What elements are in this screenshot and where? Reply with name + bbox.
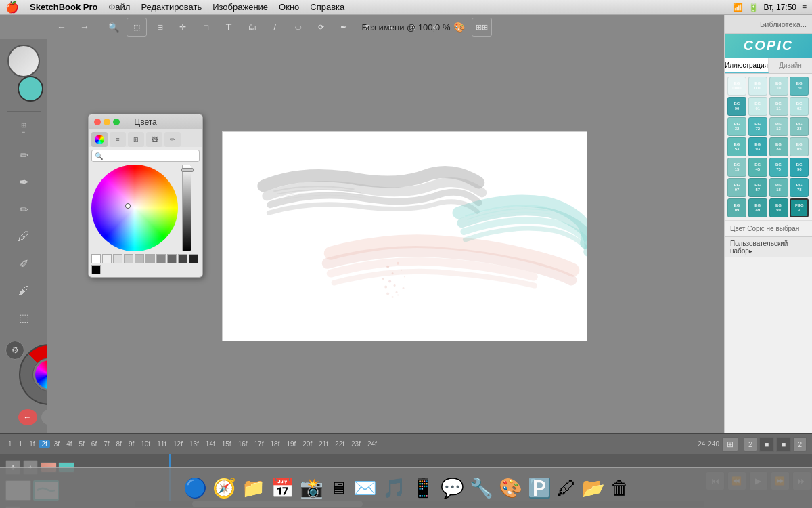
swatch-3[interactable]: [124, 254, 133, 263]
sidebar-tool-brush2[interactable]: ✒: [10, 170, 37, 194]
swatch-6[interactable]: [156, 254, 166, 263]
swatch-9[interactable]: [189, 254, 198, 263]
frame-6f[interactable]: 6f: [89, 440, 99, 448]
dock-app5[interactable]: 📸: [300, 477, 323, 499]
copic-swatch-13[interactable]: BG 93: [748, 137, 767, 156]
frame-13f[interactable]: 13f: [187, 440, 202, 448]
color-tab-sliders[interactable]: ≡: [110, 132, 126, 147]
sidebar-tool-brush3[interactable]: ✏: [10, 197, 37, 221]
fill-button[interactable]: ✐: [426, 18, 446, 37]
shape1-button[interactable]: 🗂: [242, 18, 262, 37]
color-tab-pencil[interactable]: ✏: [164, 132, 181, 147]
frame-3f[interactable]: 3f: [51, 440, 62, 448]
transform-button[interactable]: ✛: [173, 18, 193, 37]
nav-settings-icon[interactable]: ⚙: [5, 341, 24, 360]
color-search-input[interactable]: [106, 152, 196, 160]
dock-music[interactable]: 🎵: [382, 477, 406, 499]
copic-swatch-16[interactable]: BG 15: [727, 158, 746, 177]
copic-swatch-14[interactable]: BG 34: [769, 137, 788, 156]
frame-21f[interactable]: 21f: [316, 440, 331, 448]
frame-16f[interactable]: 16f: [235, 440, 250, 448]
ruler-button[interactable]: ≋: [380, 18, 400, 37]
transform2-button[interactable]: ◻: [196, 18, 216, 37]
sidebar-tool-eraser[interactable]: ⬚: [10, 305, 37, 330]
swatch-5[interactable]: [145, 254, 155, 263]
sidebar-tool-brush4[interactable]: ✐: [10, 251, 37, 276]
dock-sketchbook[interactable]: 🎨: [499, 477, 522, 499]
dock-calendar[interactable]: 📅: [271, 477, 294, 499]
frame-14f[interactable]: 14f: [203, 440, 218, 448]
pen-button[interactable]: ✒: [334, 18, 354, 37]
frame-18f[interactable]: 18f: [267, 440, 282, 448]
undo-button[interactable]: ←: [51, 18, 72, 37]
frame-11f[interactable]: 11f: [154, 440, 169, 448]
copic-swatch-5[interactable]: BG 01: [748, 97, 767, 116]
maximize-dialog-button[interactable]: [113, 119, 120, 125]
frame-12f[interactable]: 12f: [171, 440, 185, 448]
swatch-8[interactable]: [178, 254, 187, 263]
copic-tab-design[interactable]: Дизайн: [769, 58, 812, 73]
copic-swatch-17[interactable]: BG 45: [748, 158, 767, 177]
copic-swatch-21[interactable]: BG 57: [748, 178, 767, 197]
fps-value2[interactable]: 2: [793, 437, 807, 452]
dock-app9[interactable]: 📱: [411, 477, 435, 499]
color-tab-image[interactable]: 🖼: [146, 132, 162, 147]
copic-swatch-3[interactable]: BG 70: [790, 77, 809, 96]
menu-image[interactable]: Изображение: [212, 2, 268, 12]
frame-22f[interactable]: 22f: [332, 440, 347, 448]
copic-swatch-23[interactable]: BG 78: [790, 178, 809, 197]
color-wheel-cursor[interactable]: [125, 203, 131, 209]
brightness-thumb[interactable]: [181, 168, 194, 172]
copic-swatch-27[interactable]: FBG 2: [790, 198, 809, 217]
dock-app14[interactable]: 🖊: [557, 477, 576, 499]
copic-swatch-9[interactable]: BG 72: [748, 117, 767, 136]
dock-finder[interactable]: 🔵: [183, 477, 207, 499]
swatch-2[interactable]: [113, 254, 122, 263]
swatch-4[interactable]: [135, 254, 144, 263]
dock-photoshop[interactable]: 🅿️: [528, 477, 551, 499]
copic-swatch-11[interactable]: BG 23: [790, 117, 809, 136]
copic-swatch-7[interactable]: BG 02: [790, 97, 809, 116]
frame-9f[interactable]: 9f: [126, 440, 137, 448]
drawing-canvas[interactable]: [222, 131, 587, 341]
frame-8f[interactable]: 8f: [114, 440, 125, 448]
copic-swatch-8[interactable]: BG 32: [727, 117, 746, 136]
record-button[interactable]: ■: [776, 437, 791, 452]
frame-15f[interactable]: 15f: [219, 440, 234, 448]
frame-5f[interactable]: 5f: [76, 440, 87, 448]
dock-mail[interactable]: ✉️: [353, 477, 377, 499]
copic-swatch-24[interactable]: BG 09: [727, 198, 746, 217]
swatch-1[interactable]: [102, 254, 112, 263]
close-dialog-button[interactable]: [94, 119, 101, 125]
copic-custom-set[interactable]: Пользовательский набор▸: [725, 236, 812, 257]
layers-button[interactable]: ⊞⊞: [472, 18, 492, 37]
sidebar-tool-marker[interactable]: 🖊: [10, 224, 37, 249]
dock-trash[interactable]: 🗑: [610, 477, 629, 499]
copic-swatch-2[interactable]: BG 10: [769, 77, 788, 96]
dock-app10[interactable]: 💬: [441, 477, 464, 499]
copic-swatch-22[interactable]: BG 18: [769, 178, 788, 197]
zoom-button[interactable]: 🔍: [104, 18, 124, 37]
color-tab-palette[interactable]: ⊞: [128, 132, 144, 147]
copic-swatch-6[interactable]: BG 11: [769, 97, 788, 116]
ellipse-button[interactable]: ⬭: [288, 18, 308, 37]
copic-swatch-25[interactable]: BG 49: [748, 198, 767, 217]
frame-4f[interactable]: 4f: [64, 440, 74, 448]
copic-swatch-15[interactable]: BG 05: [790, 137, 809, 156]
frame-17f[interactable]: 17f: [252, 440, 267, 448]
color-wheel-thumb[interactable]: [7, 45, 40, 77]
menu-window[interactable]: Окно: [279, 2, 299, 12]
select-magic-button[interactable]: ⊞: [150, 18, 170, 37]
undo-nav-btn[interactable]: ←: [18, 409, 37, 425]
dock-app6[interactable]: 🖥: [329, 477, 348, 499]
select-rect-button[interactable]: ⬚: [127, 18, 147, 37]
active-color-swatch[interactable]: [18, 76, 43, 102]
menu-help[interactable]: Справка: [310, 2, 344, 12]
dock-safari[interactable]: 🧭: [212, 477, 236, 499]
copic-swatch-0[interactable]: BG 0000: [727, 77, 746, 96]
frame-20f[interactable]: 20f: [300, 440, 315, 448]
text-button[interactable]: T: [219, 18, 239, 37]
color-wheel-wrapper[interactable]: [91, 165, 178, 251]
frame-7f[interactable]: 7f: [101, 440, 112, 448]
dock-app11[interactable]: 🔧: [470, 477, 493, 499]
